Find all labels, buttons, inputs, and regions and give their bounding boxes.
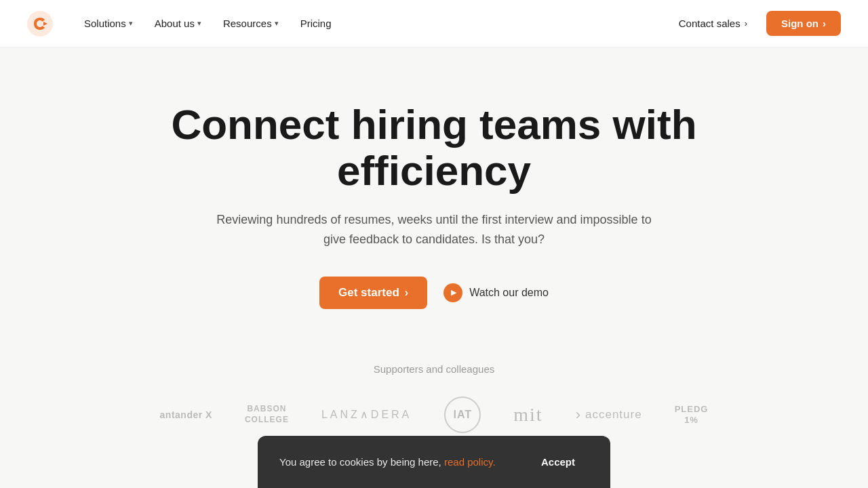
- nav-links: Solutions ▾ About us ▾ Resources ▾ Prici…: [75, 12, 668, 35]
- hero-section: Connect hiring teams with efficiency Rev…: [0, 47, 868, 350]
- contact-sales-button[interactable]: Contact sales ›: [668, 12, 758, 35]
- svg-point-0: [27, 11, 53, 37]
- lanzadera-logo: LANZ∧DERA: [321, 408, 412, 421]
- nav-right: Contact sales › Sign on ›: [668, 11, 841, 36]
- nav-about-us[interactable]: About us ▾: [145, 12, 211, 35]
- hero-actions: Get started › ▶ Watch our demo: [319, 277, 549, 309]
- cookie-message: You agree to cookies by being here, read…: [279, 456, 517, 468]
- mit-logo: mit: [513, 404, 542, 426]
- supporters-label: Supporters and colleagues: [27, 363, 841, 375]
- get-started-button[interactable]: Get started ›: [319, 277, 427, 309]
- chevron-down-icon: ▾: [129, 19, 133, 28]
- babson-logo: BABSONCOLLEGE: [245, 404, 289, 425]
- play-icon: ▶: [443, 283, 462, 302]
- navigation: Solutions ▾ About us ▾ Resources ▾ Prici…: [0, 0, 868, 47]
- nav-pricing[interactable]: Pricing: [291, 12, 341, 35]
- logo-icon: [27, 11, 53, 37]
- nav-resources[interactable]: Resources ▾: [214, 12, 288, 35]
- cookie-policy-link[interactable]: read policy.: [444, 456, 496, 468]
- hero-subtitle: Reviewing hundreds of resumes, weeks unt…: [210, 210, 658, 249]
- chevron-right-icon: ›: [745, 18, 747, 28]
- chevron-right-icon: ›: [823, 18, 826, 29]
- logos-row: antander X BABSONCOLLEGE LANZ∧DERA IAT m…: [27, 396, 841, 433]
- cookie-accept-button[interactable]: Accept: [528, 451, 589, 473]
- chevron-down-icon: ▾: [197, 19, 201, 28]
- pledg-logo: PLEDG1%: [675, 404, 709, 425]
- chevron-down-icon: ▾: [275, 19, 279, 28]
- chevron-right-icon: ›: [405, 287, 408, 299]
- iat-logo: IAT: [444, 396, 481, 433]
- logo[interactable]: [27, 11, 53, 37]
- cookie-banner: You agree to cookies by being here, read…: [258, 436, 610, 488]
- watch-demo-button[interactable]: ▶ Watch our demo: [443, 283, 549, 302]
- hero-title: Connect hiring teams with efficiency: [142, 102, 726, 194]
- nav-solutions[interactable]: Solutions ▾: [75, 12, 142, 35]
- antander-logo: antander X: [160, 409, 212, 420]
- accenture-logo: ›accenture: [576, 406, 642, 424]
- sign-on-button[interactable]: Sign on ›: [766, 11, 841, 36]
